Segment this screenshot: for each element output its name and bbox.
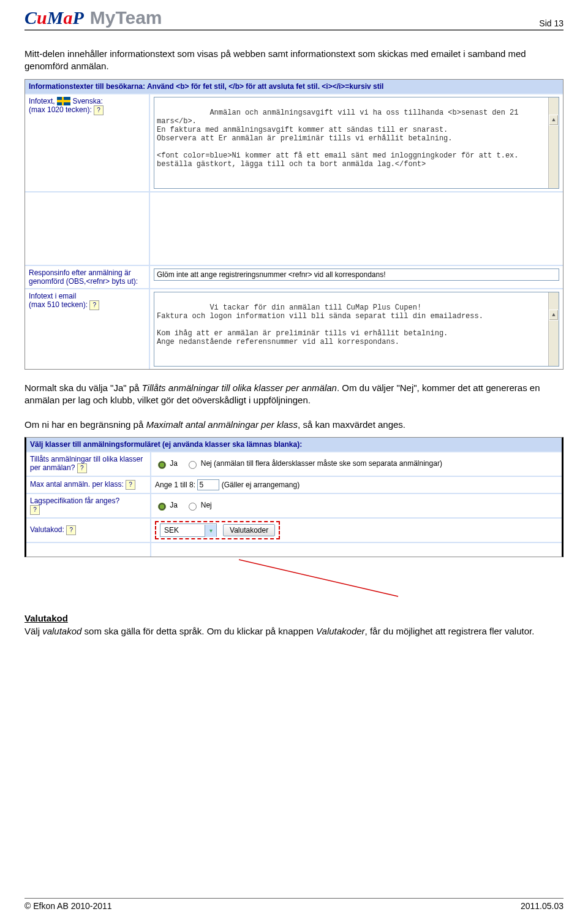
valutakod-label: Valutakod: ? [26, 518, 151, 542]
valutakoder-button[interactable]: Valutakoder [223, 524, 275, 536]
mid-paragraph-1: Normalt ska du välja "Ja" på Tillåts anm… [24, 382, 564, 407]
help-icon[interactable]: ? [77, 463, 87, 473]
brand-logo: CuMaP MyTeam [24, 7, 162, 28]
screenshot-infotexts: Informationstexter till besökarna: Använ… [24, 79, 564, 370]
valutakod-highlight: SEK▾ Valutakoder [155, 521, 280, 539]
infotext-sv-textarea[interactable]: Anmälan och anmälningsavgift vill vi ha … [154, 97, 559, 189]
max-antal-label: Max antal anmäln. per klass: ? [26, 476, 151, 493]
page-header: CuMaP MyTeam Sid 13 [24, 7, 564, 31]
infotext-email-textarea[interactable]: Vi tackar för din anmälan till CuMap Plu… [154, 292, 559, 367]
classes-header: Välj klasser till anmälningsformuläret (… [26, 438, 562, 451]
max-antal-prefix: Ange 1 till 8: [155, 481, 195, 489]
help-icon[interactable]: ? [126, 480, 135, 490]
footer-date: 2011.05.03 [521, 901, 564, 911]
responsinfo-input[interactable]: Glöm inte att ange registreringsnummer <… [154, 268, 559, 281]
infotexts-header: Informationstexter till besökarna: Använ… [25, 80, 563, 93]
lagspec-label: Lagspecifikation får anges? ? [26, 493, 151, 518]
allow-multi-ja-radio[interactable]: Ja [155, 459, 178, 468]
infotext-sv-value: Anmälan och anmälningsavgift vill vi ha … [157, 108, 523, 169]
max-antal-suffix: (Gäller ej arrangemang) [222, 481, 300, 489]
valutakod-heading: Valutakod [24, 613, 68, 623]
lagspec-ja-radio[interactable]: Ja [155, 501, 178, 509]
help-icon[interactable]: ? [94, 105, 104, 115]
page-number: Sid 13 [539, 18, 564, 28]
allow-multi-label: Tillåts anmälningar till olika klasser p… [26, 452, 151, 476]
help-icon[interactable]: ? [30, 505, 40, 515]
scroll-up-icon[interactable]: ▲ [549, 115, 559, 126]
logo-cumap: CuMaP [24, 7, 84, 28]
scrollbar[interactable]: ▲ [548, 97, 559, 188]
scroll-up-icon[interactable]: ▲ [549, 310, 559, 321]
screenshot-classes: Välj klasser till anmälningsformuläret (… [24, 437, 564, 557]
callout-arrow [24, 557, 564, 600]
valutakod-section: Valutakod Välj valutakod som ska gälla f… [24, 612, 564, 637]
intro-paragraph: Mitt-delen innehåller informationstext s… [24, 48, 564, 73]
page-footer: © Efkon AB 2010-2011 2011.05.03 [24, 898, 564, 911]
footer-copyright: © Efkon AB 2010-2011 [24, 901, 112, 911]
help-icon[interactable]: ? [66, 525, 76, 535]
valutakod-select[interactable]: SEK▾ [160, 523, 217, 537]
mid-paragraph-2: Om ni har en begränsning på Maximalt ant… [24, 419, 564, 431]
chevron-down-icon[interactable]: ▾ [205, 525, 216, 537]
infotext-email-value: Vi tackar för din anmälan till CuMap Plu… [157, 303, 483, 346]
scrollbar[interactable]: ▲ [548, 292, 559, 366]
responsinfo-label: Responsinfo efter anmälning är genomförd… [25, 265, 149, 289]
infotext-sv-label: Infotext, Svenska: (max 1020 tecken): ? [25, 94, 149, 192]
svg-line-0 [239, 560, 398, 596]
allow-multi-nej-radio[interactable]: Nej (anmälan till flera åldersklasser må… [186, 459, 442, 468]
flag-se-icon [57, 97, 70, 105]
help-icon[interactable]: ? [89, 300, 99, 310]
logo-myteam: MyTeam [90, 7, 162, 28]
infotext-email-label: Infotext i email (max 510 tecken): ? [25, 289, 149, 369]
max-antal-input[interactable] [197, 479, 219, 490]
lagspec-nej-radio[interactable]: Nej [186, 501, 211, 509]
